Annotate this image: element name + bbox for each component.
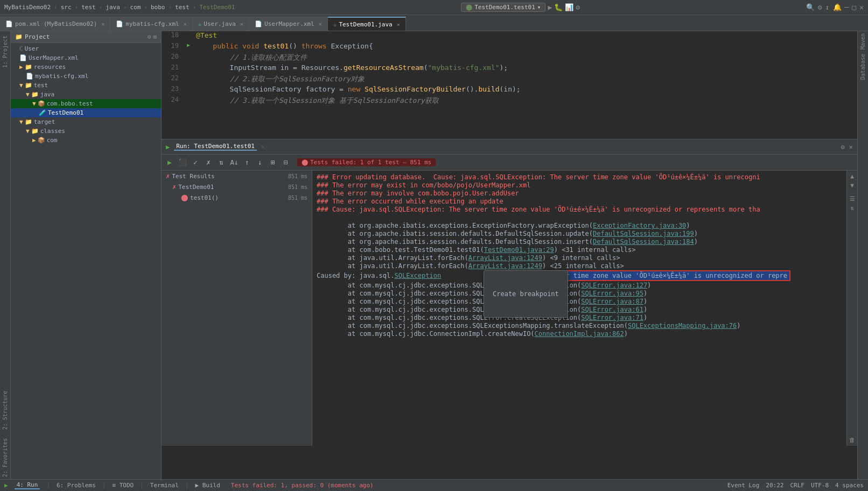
status-run-tab[interactable]: 4: Run	[15, 481, 40, 489]
console-line-19: at com.mysql.cj.jdbc.ConnectionImpl.crea…	[317, 330, 842, 338]
tab-close-testdemo01[interactable]: ✕	[397, 22, 400, 27]
tab-usermapper-xml[interactable]: 📄 UserMapper.xml ✕	[249, 17, 328, 31]
folder-icon: ▼	[32, 100, 36, 107]
editor-area: 18 @Test 19 ▶ public void test01() throw…	[162, 31, 857, 479]
status-todo[interactable]: ≡ TODO	[112, 482, 134, 489]
encoding[interactable]: UTF-8	[811, 482, 829, 489]
tree-item-test[interactable]: ▼ 📁 test	[11, 81, 161, 90]
editor-tab-bar: 📄 pom.xml (MyBatisDemo02) ✕ 📄 mybatis-cf…	[0, 15, 868, 31]
project-tree: C User 📄 UserMapper.xml ▶ 📁 resources 📄 …	[11, 43, 161, 479]
run-tab-run[interactable]: Run: TestDemo01.test01	[174, 143, 257, 151]
link-defaultsqlsession-insert[interactable]: DefaultSqlSession.java:184	[593, 238, 694, 246]
project-label[interactable]: 1: Project	[1, 33, 9, 70]
sort-icon[interactable]: ⇅	[850, 205, 854, 212]
tab-close-mybatis[interactable]: ✕	[184, 21, 187, 27]
console-line-16: at com.mysql.cj.jdbc.exceptions.SQLError…	[317, 306, 842, 313]
search-everywhere-icon[interactable]: 🔍	[806, 3, 815, 11]
tab-mybatis-cfg[interactable]: 📄 mybatis-cfg.xml ✕	[110, 17, 192, 31]
tree-item-testdemo01[interactable]: 🧪 TestDemo01	[11, 108, 161, 117]
code-line-19: 19 ▶ public void test01() throws Excepti…	[162, 42, 857, 53]
clear-icon[interactable]: 🗑	[849, 437, 855, 444]
more-run-options[interactable]: ⚙	[576, 3, 580, 11]
settings-icon[interactable]: ⚙	[818, 3, 822, 11]
rerun-button[interactable]: ▶	[164, 157, 176, 169]
link-testdemo01-29[interactable]: TestDemo01.java:29	[484, 246, 554, 254]
context-menu[interactable]: Create breakpoint	[484, 270, 568, 318]
sort-alpha[interactable]: A↓	[228, 157, 240, 169]
project-gear-icon[interactable]: ⊞	[153, 33, 157, 40]
run-close-icon[interactable]: ✕	[849, 143, 853, 151]
status-build[interactable]: ▶ Build	[195, 482, 220, 489]
notifications-icon[interactable]: 🔔	[833, 3, 842, 11]
link-sqlerror-127[interactable]: SQLError.java:127	[581, 282, 647, 289]
link-arraylist-1249-2[interactable]: ArrayList.java:1249	[468, 262, 542, 270]
tree-item-java[interactable]: ▼ 📁 java	[11, 90, 161, 99]
tree-item-com-bobo-test[interactable]: ▼ 📦 com.bobo.test	[11, 99, 161, 108]
link-sqlerror-61[interactable]: SQLError.java:61	[581, 306, 643, 313]
status-terminal[interactable]: Terminal	[150, 482, 179, 489]
run-settings-icon[interactable]: ⚙	[841, 143, 845, 151]
run-button[interactable]: ▶	[548, 3, 552, 11]
window-close[interactable]: ✕	[859, 3, 864, 11]
status-problems[interactable]: 6: Problems	[57, 482, 96, 489]
code-editor[interactable]: 18 @Test 19 ▶ public void test01() throw…	[162, 31, 857, 139]
status-run-icon: ▶	[4, 482, 8, 489]
structure-label[interactable]: 2: Structure	[1, 389, 9, 432]
tree-item-user[interactable]: C User	[11, 44, 161, 53]
run-gutter-icon[interactable]: ▶	[187, 42, 190, 48]
tab-close-usermapper[interactable]: ✕	[319, 21, 322, 27]
coverage-button[interactable]: 📊	[565, 3, 573, 11]
link-sqlerror-95[interactable]: SQLError.java:95	[581, 290, 643, 297]
tab-close-pom[interactable]: ✕	[101, 21, 104, 27]
project-settings-icon[interactable]: ⚙	[148, 33, 151, 40]
link-sqlerror-71[interactable]: SQLError.java:71	[581, 314, 643, 321]
link-arraylist-1249-1[interactable]: ArrayList.java:1249	[468, 254, 542, 262]
folder-icon-img: 📁	[25, 118, 32, 125]
vcs-icon[interactable]: ↕	[825, 3, 830, 11]
test-tree-root[interactable]: ✗ Test Results 851 ms	[162, 171, 312, 181]
link-defaultsqlsession-update[interactable]: DefaultSqlSession.java:199	[593, 230, 694, 237]
test-tree-testdemo01[interactable]: ✗ TestDemo01 851 ms	[162, 181, 312, 192]
tree-item-target[interactable]: ▼ 📁 target	[11, 117, 161, 127]
indent[interactable]: 4 spaces	[835, 482, 864, 489]
toggle-failed[interactable]: ✗	[202, 157, 214, 169]
ctx-create-breakpoint[interactable]: Create breakpoint	[484, 288, 568, 300]
tree-item-mybatis-cfg[interactable]: 📄 mybatis-cfg.xml	[11, 72, 161, 81]
tab-pom-xml[interactable]: 📄 pom.xml (MyBatisDemo02) ✕	[0, 17, 110, 31]
line-ending[interactable]: CRLF	[790, 482, 804, 489]
window-maximize[interactable]: □	[852, 3, 856, 11]
next-fail[interactable]: ↓	[254, 157, 266, 169]
run-config[interactable]: ⬤ TestDemo01.test01 ▾	[461, 3, 545, 12]
stop-button[interactable]: ⬛	[177, 157, 188, 169]
scroll-up-icon[interactable]: ▲	[850, 173, 854, 180]
debug-button[interactable]: 🐛	[554, 3, 563, 11]
database-label[interactable]: Database	[859, 52, 867, 82]
tree-item-usermapper-xml[interactable]: 📄 UserMapper.xml	[11, 53, 161, 62]
favorites-label[interactable]: 2: Favorites	[1, 436, 9, 479]
link-sqlerror-87[interactable]: SQLError.java:87	[581, 298, 643, 305]
tree-item-classes[interactable]: ▼ 📁 classes	[11, 127, 161, 136]
maven-label[interactable]: Maven	[859, 31, 867, 52]
link-connectionimpl-862[interactable]: ConnectionImpl.java:862	[535, 330, 624, 338]
xml-icon: 📄	[5, 20, 13, 27]
tab-close-user[interactable]: ✕	[240, 21, 243, 27]
event-log-link[interactable]: Event Log	[727, 482, 760, 489]
tab-user-java[interactable]: ☕ User.java ✕	[193, 17, 249, 31]
window-minimize[interactable]: ─	[845, 3, 849, 11]
link-exceptionfactory[interactable]: ExceptionFactory.java:30	[593, 222, 686, 229]
expand-all[interactable]: ⊞	[267, 157, 279, 169]
prev-fail[interactable]: ↑	[241, 157, 253, 169]
collapse-all[interactable]: ⊟	[280, 157, 292, 169]
tree-item-resources[interactable]: ▶ 📁 resources	[11, 62, 161, 72]
filter-icon[interactable]: ☰	[850, 195, 855, 202]
test-tree-test01[interactable]: ⬤ test01() 851 ms	[162, 192, 312, 203]
tab-testdemo01-java[interactable]: ☕ TestDemo01.java ✕	[328, 17, 406, 31]
console-output[interactable]: ### Error updating database. Cause: java…	[312, 171, 846, 446]
toggle-passed[interactable]: ✓	[190, 157, 201, 169]
tree-item-com[interactable]: ▶ 📦 com	[11, 136, 161, 145]
link-sqlexception[interactable]: SQLException	[395, 272, 442, 279]
sort-button[interactable]: ⇅	[215, 157, 227, 169]
scroll-down-icon[interactable]: ▼	[850, 182, 854, 189]
link-sqlexceptionsmapping-76[interactable]: SQLExceptionsMapping.java:76	[628, 322, 737, 329]
code-line-20: 20 // 1.读取核心配置文件	[162, 53, 857, 64]
